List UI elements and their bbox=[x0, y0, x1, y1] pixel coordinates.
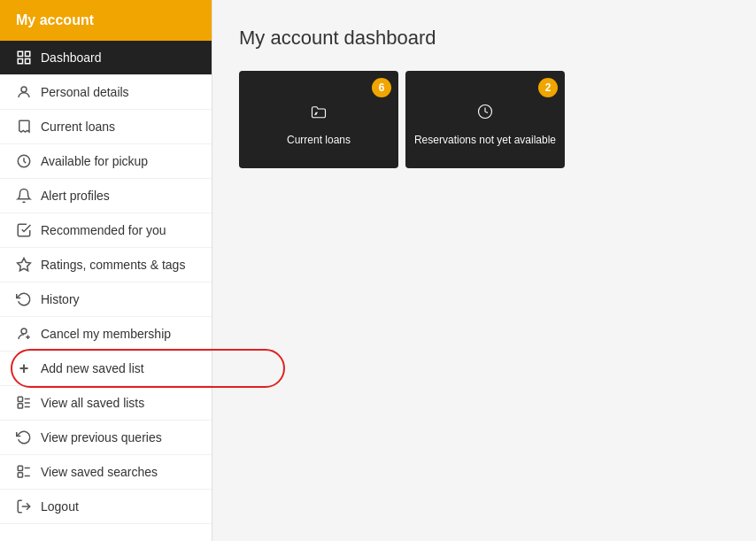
sidebar-item-available-for-pickup[interactable]: Available for pickup bbox=[0, 144, 212, 179]
sidebar-item-ratings-comments-tags[interactable]: Ratings, comments & tags bbox=[0, 248, 212, 282]
svg-point-4 bbox=[21, 87, 27, 92]
svg-marker-6 bbox=[18, 259, 31, 271]
view-saved-searches-icon bbox=[16, 464, 32, 480]
ratings-comments-tags-icon bbox=[16, 257, 32, 273]
svg-point-7 bbox=[21, 328, 27, 334]
personal-details-icon bbox=[16, 84, 32, 100]
sidebar-item-add-new-saved-list[interactable]: +Add new saved list bbox=[0, 352, 212, 386]
sidebar-item-label: Logout bbox=[41, 499, 79, 514]
card-label: Current loans bbox=[280, 134, 358, 146]
folder-icon bbox=[311, 94, 327, 127]
sidebar-item-label: History bbox=[41, 292, 80, 306]
sidebar-item-label: Ratings, comments & tags bbox=[41, 258, 185, 272]
sidebar-item-history[interactable]: History bbox=[0, 282, 212, 317]
sidebar-item-label: View all saved lists bbox=[41, 396, 144, 410]
sidebar-item-logout[interactable]: Logout bbox=[0, 490, 212, 524]
alert-profiles-icon bbox=[16, 188, 32, 204]
svg-rect-15 bbox=[18, 466, 22, 470]
sidebar-item-label: Current loans bbox=[41, 120, 115, 134]
card-current-loans[interactable]: 6Current loans bbox=[239, 71, 398, 168]
sidebar-item-label: Recommended for you bbox=[41, 223, 166, 237]
sidebar-item-label: Personal details bbox=[41, 85, 129, 99]
view-all-saved-lists-icon bbox=[16, 395, 32, 411]
svg-rect-17 bbox=[18, 473, 22, 477]
sidebar-items: DashboardPersonal detailsCurrent loansAv… bbox=[0, 41, 212, 524]
main-content: My account dashboard 6Current loans2Rese… bbox=[212, 0, 756, 541]
recommended-for-you-icon bbox=[16, 222, 32, 238]
card-label: Reservations not yet available bbox=[407, 134, 563, 146]
svg-rect-13 bbox=[18, 404, 22, 408]
svg-rect-0 bbox=[18, 51, 22, 56]
sidebar-item-label: Dashboard bbox=[41, 50, 102, 65]
sidebar-item-view-all-saved-lists[interactable]: View all saved lists bbox=[0, 386, 212, 421]
sidebar-item-label: Available for pickup bbox=[41, 154, 148, 168]
sidebar-item-label: Cancel my membership bbox=[41, 327, 171, 341]
view-previous-queries-icon bbox=[16, 429, 32, 445]
sidebar-item-view-saved-searches[interactable]: View saved searches bbox=[0, 455, 212, 490]
sidebar-item-label: Add new saved list bbox=[41, 361, 144, 375]
sidebar-item-cancel-membership[interactable]: Cancel my membership bbox=[0, 317, 212, 352]
sidebar-item-personal-details[interactable]: Personal details bbox=[0, 75, 212, 110]
cards-row: 6Current loans2Reservations not yet avai… bbox=[239, 71, 729, 168]
svg-rect-1 bbox=[26, 51, 30, 56]
sidebar-item-dashboard[interactable]: Dashboard bbox=[0, 41, 212, 75]
available-for-pickup-icon bbox=[16, 153, 32, 169]
logout-icon bbox=[16, 498, 32, 514]
dashboard-icon bbox=[16, 50, 32, 66]
sidebar-title: My account bbox=[16, 12, 94, 27]
clock-icon bbox=[477, 94, 493, 127]
card-reservations[interactable]: 2Reservations not yet available bbox=[405, 71, 565, 168]
cancel-membership-icon bbox=[16, 326, 32, 342]
page-title: My account dashboard bbox=[239, 27, 729, 50]
sidebar-header: My account bbox=[0, 0, 212, 41]
sidebar-item-recommended-for-you[interactable]: Recommended for you bbox=[0, 213, 212, 248]
add-new-saved-list-icon: + bbox=[16, 360, 32, 376]
sidebar-item-view-previous-queries[interactable]: View previous queries bbox=[0, 421, 212, 455]
sidebar: My account DashboardPersonal detailsCurr… bbox=[0, 0, 212, 541]
current-loans-icon bbox=[16, 119, 32, 135]
sidebar-item-current-loans[interactable]: Current loans bbox=[0, 110, 212, 144]
card-badge: 6 bbox=[372, 78, 391, 97]
svg-rect-2 bbox=[18, 59, 22, 64]
card-badge: 2 bbox=[538, 78, 558, 97]
history-icon bbox=[16, 291, 32, 307]
sidebar-item-alert-profiles[interactable]: Alert profiles bbox=[0, 179, 212, 213]
sidebar-item-label: View saved searches bbox=[41, 465, 158, 479]
sidebar-item-label: View previous queries bbox=[41, 430, 162, 444]
svg-rect-3 bbox=[26, 59, 30, 64]
sidebar-item-label: Alert profiles bbox=[41, 189, 110, 203]
svg-rect-10 bbox=[18, 397, 22, 401]
